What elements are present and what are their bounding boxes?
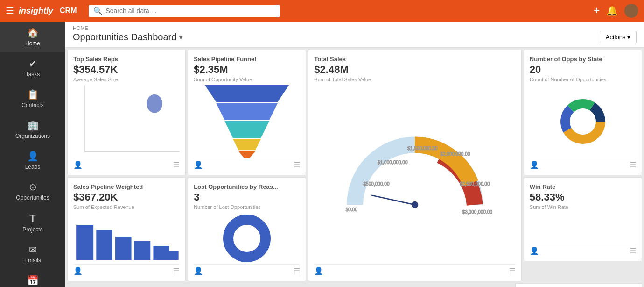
sidebar-item-label: Contacts xyxy=(21,102,43,108)
svg-point-16 xyxy=(412,201,419,208)
search-icon: 🔍 xyxy=(93,7,103,15)
content-header: HOME Opportunities Dashboard ▾ Actions ▾ xyxy=(65,22,644,48)
sidebar-item-label: Home xyxy=(25,40,40,47)
sidebar-item-leads[interactable]: 👤 Leads xyxy=(0,145,65,176)
sidebar-item-contacts[interactable]: 📋 Contacts xyxy=(0,83,65,114)
list-icon[interactable]: ☰ xyxy=(630,246,636,255)
sidebar-item-label: Emails xyxy=(24,257,41,264)
svg-text:$1,000,000.00: $1,000,000.00 xyxy=(378,160,408,165)
svg-rect-24 xyxy=(115,237,132,260)
add-icon[interactable]: + xyxy=(594,5,600,17)
svg-text:$3,000,000.00: $3,000,000.00 xyxy=(462,209,493,214)
sales-pipeline-weighted-value: $367.20K xyxy=(73,191,180,203)
page-title-dropdown[interactable]: ▾ xyxy=(179,34,182,41)
lost-opportunities-title: Lost Opportunities by Reas... xyxy=(194,183,300,190)
user-icon[interactable]: 👤 xyxy=(194,266,203,275)
user-icon[interactable]: 👤 xyxy=(530,160,539,169)
topnav-right: + 🔔 xyxy=(594,4,638,18)
svg-text:$0.00: $0.00 xyxy=(346,207,358,212)
hamburger-menu[interactable]: ☰ xyxy=(6,5,14,16)
user-icon[interactable]: 👤 xyxy=(73,160,83,169)
sales-pipeline-weighted-title: Sales Pipeline Weighted xyxy=(73,183,180,190)
list-icon[interactable]: ☰ xyxy=(509,266,516,275)
number-of-opps-chart xyxy=(530,85,636,158)
lost-opportunities-value: 3 xyxy=(194,191,300,203)
page-title-row: Opportunities Dashboard ▾ Actions ▾ xyxy=(73,31,637,43)
total-sales-footer: 👤 ☰ xyxy=(314,264,516,275)
user-icon[interactable]: 👤 xyxy=(530,246,539,255)
list-icon[interactable]: ☰ xyxy=(630,160,636,169)
user-icon[interactable]: 👤 xyxy=(194,160,203,169)
opportunities-icon: ⊙ xyxy=(29,181,37,193)
sales-pipeline-funnel-footer: 👤 ☰ xyxy=(194,158,300,169)
widget-win-rate: Win Rate 58.33% Sum of Win Rate 👤 ☰ xyxy=(524,177,642,261)
svg-text:$1,500,000.00: $1,500,000.00 xyxy=(407,145,438,151)
actions-button[interactable]: Actions ▾ xyxy=(600,31,637,43)
widget-total-sales-by-rep: Total Sales by Rep $2.48M Sum of Opportu… xyxy=(515,283,642,287)
avatar[interactable] xyxy=(624,4,638,18)
svg-marker-3 xyxy=(205,85,289,102)
sidebar-item-organizations[interactable]: 🏢 Organizations xyxy=(0,114,65,145)
lost-opportunities-subtitle: Number of Lost Opportunities xyxy=(194,204,300,210)
sidebar-item-opportunities[interactable]: ⊙ Opportunities xyxy=(0,176,65,207)
sidebar-item-tasks[interactable]: ✔ Tasks xyxy=(0,52,65,83)
list-icon[interactable]: ☰ xyxy=(294,266,300,275)
svg-rect-25 xyxy=(134,241,151,260)
win-rate-value: 58.33% xyxy=(530,191,636,203)
top-sales-reps-title: Top Sales Reps xyxy=(73,56,180,63)
total-sales-subtitle: Sum of Total Sales Value xyxy=(314,77,516,82)
number-of-opps-value: 20 xyxy=(530,64,636,76)
lost-opportunities-footer: 👤 ☰ xyxy=(194,264,300,275)
top-sales-reps-value: $354.57K xyxy=(73,64,180,76)
sidebar-item-emails[interactable]: ✉ Emails xyxy=(0,238,65,269)
sales-pipeline-funnel-title: Sales Pipeline Funnel xyxy=(194,56,300,63)
emails-icon: ✉ xyxy=(29,244,37,255)
svg-text:$2,500,000.00: $2,500,000.00 xyxy=(460,181,490,186)
list-icon[interactable]: ☰ xyxy=(173,266,180,275)
svg-rect-23 xyxy=(96,230,112,260)
number-of-opps-title: Number of Opps by State xyxy=(530,56,636,63)
main-layout: 🏠 Home ✔ Tasks 📋 Contacts 🏢 Organization… xyxy=(0,22,644,287)
widget-sales-pipeline-funnel: Sales Pipeline Funnel $2.35M Sum of Oppo… xyxy=(188,50,306,175)
search-input[interactable] xyxy=(105,7,275,14)
search-bar[interactable]: 🔍 xyxy=(89,5,280,17)
sidebar-item-label: Organizations xyxy=(15,133,50,139)
user-icon[interactable]: 👤 xyxy=(73,266,83,275)
number-of-opps-subtitle: Count of Number of Opportunities xyxy=(530,77,636,82)
lost-opportunities-chart xyxy=(194,213,300,264)
svg-text:$2,000,000.00: $2,000,000.00 xyxy=(440,151,470,156)
sidebar: 🏠 Home ✔ Tasks 📋 Contacts 🏢 Organization… xyxy=(0,22,65,287)
sales-pipeline-weighted-footer: 👤 ☰ xyxy=(73,264,180,275)
svg-marker-5 xyxy=(224,121,269,138)
sidebar-item-projects[interactable]: T Projects xyxy=(0,207,65,238)
sidebar-item-label: Opportunities xyxy=(16,194,49,201)
dashboard-grid: Top Sales Reps $354.57K Average Sales Si… xyxy=(65,48,644,283)
sidebar-item-calendar[interactable]: 📅 Calendar xyxy=(0,269,65,287)
svg-marker-6 xyxy=(233,139,261,150)
svg-rect-27 xyxy=(162,251,179,260)
total-sales-gauge: $0.00 $500,000.00 $1,000,000.00 $1,500,0… xyxy=(314,85,516,264)
top-sales-reps-chart xyxy=(73,85,180,158)
calendar-icon: 📅 xyxy=(27,275,39,286)
sales-pipeline-weighted-chart xyxy=(73,213,180,264)
widget-sales-pipeline-weighted: Sales Pipeline Weighted $367.20K Sum of … xyxy=(67,177,186,281)
svg-point-21 xyxy=(573,111,593,132)
svg-rect-22 xyxy=(76,225,93,260)
top-sales-reps-footer: 👤 ☰ xyxy=(73,158,180,169)
svg-point-29 xyxy=(237,228,257,249)
sales-pipeline-funnel-value: $2.35M xyxy=(194,64,300,76)
list-icon[interactable]: ☰ xyxy=(294,160,300,169)
list-icon[interactable]: ☰ xyxy=(173,160,180,169)
user-icon[interactable]: 👤 xyxy=(314,266,323,275)
total-sales-title: Total Sales xyxy=(314,56,516,63)
svg-marker-4 xyxy=(216,103,278,120)
widget-top-sales-reps: Top Sales Reps $354.57K Average Sales Si… xyxy=(67,50,186,175)
sales-pipeline-funnel-subtitle: Sum of Opportunity Value xyxy=(194,77,300,82)
sales-pipeline-weighted-subtitle: Sum of Expected Revenue xyxy=(73,204,180,210)
top-navigation: ☰ insightly CRM 🔍 + 🔔 xyxy=(0,0,644,22)
sidebar-item-home[interactable]: 🏠 Home xyxy=(0,22,65,52)
widget-total-sales: Total Sales $2.48M Sum of Total Sales Va… xyxy=(308,50,522,281)
notifications-icon[interactable]: 🔔 xyxy=(606,5,618,16)
organizations-icon: 🏢 xyxy=(27,120,39,131)
svg-marker-7 xyxy=(238,151,255,158)
